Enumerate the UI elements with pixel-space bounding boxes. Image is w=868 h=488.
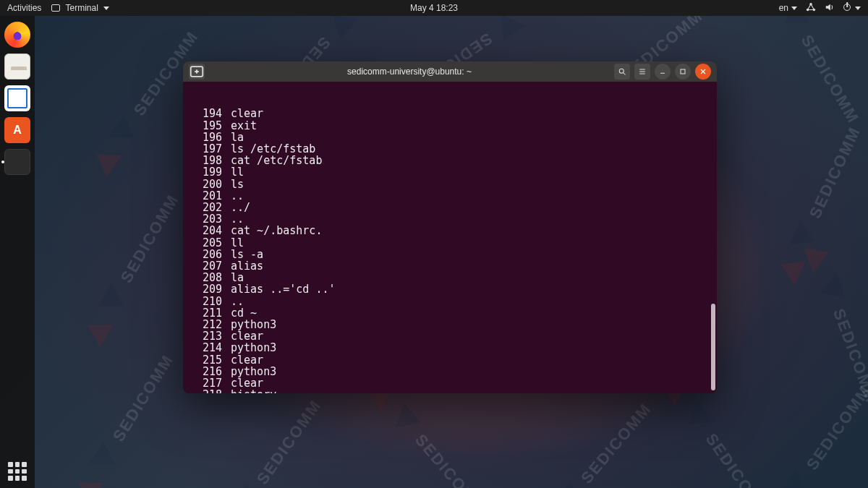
history-command: exit	[222, 120, 257, 132]
maximize-button[interactable]	[675, 64, 691, 80]
history-line: 202../	[189, 202, 711, 213]
gnome-top-bar: Activities Terminal May 4 18:23 en	[0, 0, 868, 16]
history-command: ls -a	[222, 249, 263, 260]
history-number: 208	[189, 272, 222, 283]
dock	[0, 16, 35, 488]
history-line: 201..	[189, 190, 711, 202]
history-number: 212	[189, 319, 222, 330]
history-command: clear	[222, 330, 263, 342]
history-line: 204cat ~/.bashrc.	[189, 225, 711, 236]
hamburger-menu-button[interactable]	[634, 64, 650, 80]
history-line: 207alias	[189, 260, 711, 272]
power-menu[interactable]	[843, 3, 861, 13]
history-command: ../	[222, 202, 250, 213]
history-line: 209alias ..='cd ..'	[189, 283, 711, 295]
history-command: python3	[222, 366, 276, 377]
dock-app-terminal[interactable]	[4, 149, 30, 175]
history-line: 200ls	[189, 179, 711, 190]
history-number: 204	[189, 225, 222, 236]
svg-rect-5	[681, 69, 685, 74]
dock-app-libreoffice-writer[interactable]	[4, 85, 30, 111]
history-command: ls	[222, 179, 244, 190]
history-command: alias	[222, 260, 263, 272]
history-number: 210	[189, 296, 222, 307]
history-line: 214python3	[189, 342, 711, 354]
history-command: ..	[222, 190, 244, 202]
chevron-down-icon	[103, 7, 109, 10]
history-command: ll	[222, 237, 244, 249]
history-command: python3	[222, 319, 276, 330]
history-command: clear	[222, 354, 263, 366]
history-line: 215clear	[189, 354, 711, 366]
window-titlebar[interactable]: sedicomm-university@ubuntu: ~	[183, 61, 717, 82]
history-command: alias ..='cd ..'	[222, 283, 336, 295]
history-command: history	[222, 389, 276, 393]
history-command: clear	[222, 108, 263, 119]
history-command: la	[222, 132, 244, 143]
history-line: 196la	[189, 132, 711, 143]
scrollbar[interactable]	[711, 83, 715, 390]
history-line: 205ll	[189, 237, 711, 249]
history-number: 215	[189, 354, 222, 366]
power-icon	[843, 4, 851, 11]
history-command: clear	[222, 377, 263, 389]
history-number: 217	[189, 377, 222, 389]
history-number: 214	[189, 342, 222, 354]
history-line: 217clear	[189, 377, 711, 389]
history-line: 194clear	[189, 108, 711, 119]
history-number: 200	[189, 179, 222, 190]
terminal-viewport[interactable]: 194clear195exit196la197ls /etc/fstab198c…	[183, 82, 717, 393]
history-line: 199ll	[189, 166, 711, 178]
minimize-button[interactable]	[655, 64, 671, 80]
history-number: 211	[189, 307, 222, 319]
history-number: 209	[189, 283, 222, 295]
history-line: 216python3	[189, 366, 711, 377]
history-line: 210..	[189, 296, 711, 307]
history-number: 216	[189, 366, 222, 377]
history-number: 205	[189, 237, 222, 249]
history-number: 195	[189, 120, 222, 132]
svg-point-4	[619, 69, 624, 73]
history-number: 206	[189, 249, 222, 260]
history-line: 213clear	[189, 330, 711, 342]
network-icon[interactable]	[806, 2, 816, 14]
dock-app-files[interactable]	[4, 53, 30, 80]
dock-app-firefox[interactable]	[4, 22, 30, 48]
history-number: 196	[189, 132, 222, 143]
history-number: 213	[189, 330, 222, 342]
history-line: 203..	[189, 213, 711, 225]
history-command: ls /etc/fstab	[222, 143, 315, 155]
close-button[interactable]	[695, 64, 711, 80]
history-line: 198cat /etc/fstab	[189, 155, 711, 166]
history-command: cd ~	[222, 307, 257, 319]
history-number: 199	[189, 166, 222, 178]
history-number: 197	[189, 143, 222, 155]
history-number: 201	[189, 190, 222, 202]
chevron-down-icon	[791, 7, 797, 10]
search-button[interactable]	[614, 64, 630, 80]
dock-app-ubuntu-software[interactable]	[4, 117, 30, 143]
history-line: 212python3	[189, 319, 711, 330]
history-command: ..	[222, 213, 244, 225]
new-tab-button[interactable]	[189, 64, 205, 80]
history-number: 202	[189, 202, 222, 213]
show-applications-button[interactable]	[8, 462, 27, 481]
activities-button[interactable]: Activities	[7, 3, 41, 13]
history-line: 208la	[189, 272, 711, 283]
history-line: 206ls -a	[189, 249, 711, 260]
terminal-icon	[51, 4, 60, 12]
scrollbar-thumb[interactable]	[711, 304, 715, 390]
clock[interactable]: May 4 18:23	[410, 3, 458, 13]
history-command: python3	[222, 342, 276, 354]
history-number: 207	[189, 260, 222, 272]
app-menu[interactable]: Terminal	[51, 3, 109, 13]
history-command: la	[222, 272, 244, 283]
history-command: ..	[222, 296, 244, 307]
window-title: sedicomm-university@ubuntu: ~	[209, 67, 610, 77]
terminal-window: sedicomm-university@ubuntu: ~ 194clear19…	[183, 61, 717, 393]
volume-icon[interactable]	[825, 2, 835, 14]
history-number: 194	[189, 108, 222, 119]
history-line: 197ls /etc/fstab	[189, 143, 711, 155]
history-number: 218	[189, 389, 222, 393]
input-source-indicator[interactable]: en	[779, 3, 797, 13]
